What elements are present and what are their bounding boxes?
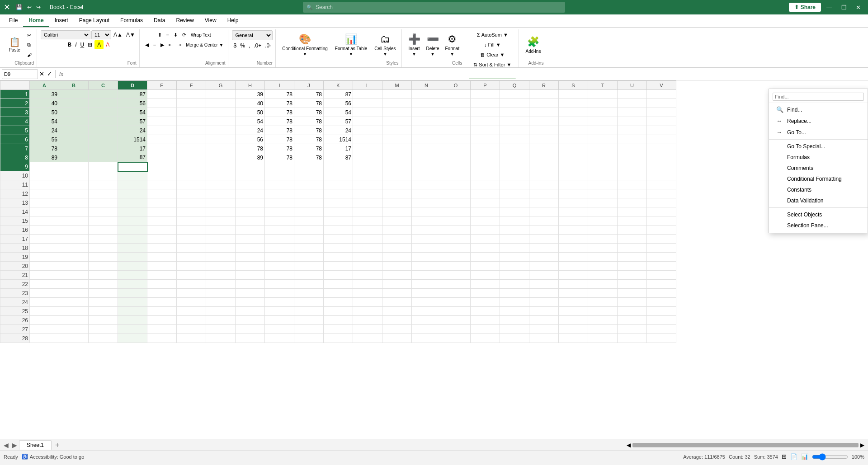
cell-M21[interactable] bbox=[382, 271, 412, 280]
cell-O10[interactable] bbox=[441, 171, 471, 180]
cell-C5[interactable] bbox=[89, 126, 118, 135]
cell-R15[interactable] bbox=[529, 216, 559, 225]
cell-V6[interactable] bbox=[647, 135, 676, 144]
cell-P9[interactable] bbox=[471, 162, 500, 171]
cell-M15[interactable] bbox=[382, 216, 412, 225]
cell-H27[interactable] bbox=[236, 325, 265, 334]
cell-L27[interactable] bbox=[353, 325, 382, 334]
cell-L6[interactable] bbox=[353, 135, 382, 144]
cell-K23[interactable] bbox=[324, 289, 353, 298]
paste-button[interactable]: 📋 Paste bbox=[5, 33, 24, 58]
cell-I15[interactable] bbox=[265, 216, 294, 225]
conditional-fmt-item[interactable]: Conditional Formatting bbox=[769, 174, 868, 184]
cell-Q17[interactable] bbox=[500, 235, 529, 244]
cell-B12[interactable] bbox=[59, 189, 89, 198]
cell-L13[interactable] bbox=[353, 198, 382, 207]
cell-M17[interactable] bbox=[382, 235, 412, 244]
col-header-d[interactable]: D bbox=[118, 81, 147, 90]
cell-U23[interactable] bbox=[618, 289, 647, 298]
cell-L20[interactable] bbox=[353, 262, 382, 271]
col-header-j[interactable]: J bbox=[294, 81, 324, 90]
cell-N27[interactable] bbox=[412, 325, 441, 334]
cell-H3[interactable]: 50 bbox=[236, 108, 265, 117]
cell-U18[interactable] bbox=[618, 244, 647, 253]
cell-I19[interactable] bbox=[265, 253, 294, 262]
cell-B26[interactable] bbox=[59, 316, 89, 325]
cell-S18[interactable] bbox=[559, 244, 588, 253]
cell-O12[interactable] bbox=[441, 189, 471, 198]
cell-P17[interactable] bbox=[471, 235, 500, 244]
cell-F24[interactable] bbox=[177, 298, 206, 307]
autosum-btn[interactable]: Σ AutoSum ▼ bbox=[475, 30, 510, 39]
cell-Q2[interactable] bbox=[500, 99, 529, 108]
cell-J27[interactable] bbox=[294, 325, 324, 334]
cell-K3[interactable]: 54 bbox=[324, 108, 353, 117]
cell-I7[interactable]: 78 bbox=[265, 144, 294, 153]
cell-G23[interactable] bbox=[206, 289, 236, 298]
cell-B27[interactable] bbox=[59, 325, 89, 334]
cell-D18[interactable] bbox=[118, 244, 147, 253]
cell-F27[interactable] bbox=[177, 325, 206, 334]
cell-I20[interactable] bbox=[265, 262, 294, 271]
cell-D15[interactable] bbox=[118, 216, 147, 225]
cell-P8[interactable] bbox=[471, 153, 500, 162]
cell-A19[interactable] bbox=[30, 253, 59, 262]
cell-O5[interactable] bbox=[441, 126, 471, 135]
cell-K22[interactable] bbox=[324, 280, 353, 289]
cell-U11[interactable] bbox=[618, 180, 647, 189]
cell-N10[interactable] bbox=[412, 171, 441, 180]
cell-V16[interactable] bbox=[647, 225, 676, 235]
cell-I22[interactable] bbox=[265, 280, 294, 289]
decrease-decimal-btn[interactable]: .0- bbox=[264, 41, 273, 50]
cell-D3[interactable]: 54 bbox=[118, 108, 147, 117]
cell-I13[interactable] bbox=[265, 198, 294, 207]
cell-F1[interactable] bbox=[177, 90, 206, 99]
cell-C7[interactable] bbox=[89, 144, 118, 153]
cell-K2[interactable]: 56 bbox=[324, 99, 353, 108]
cell-F10[interactable] bbox=[177, 171, 206, 180]
cell-C19[interactable] bbox=[89, 253, 118, 262]
cell-N18[interactable] bbox=[412, 244, 441, 253]
cell-K14[interactable] bbox=[324, 207, 353, 216]
cell-O4[interactable] bbox=[441, 117, 471, 126]
cell-V27[interactable] bbox=[647, 325, 676, 334]
cell-O18[interactable] bbox=[441, 244, 471, 253]
cell-P20[interactable] bbox=[471, 262, 500, 271]
cell-U24[interactable] bbox=[618, 298, 647, 307]
cell-T28[interactable] bbox=[588, 334, 618, 343]
cell-L11[interactable] bbox=[353, 180, 382, 189]
cell-D13[interactable] bbox=[118, 198, 147, 207]
cell-L19[interactable] bbox=[353, 253, 382, 262]
search-input[interactable] bbox=[303, 2, 565, 13]
cell-K25[interactable] bbox=[324, 307, 353, 316]
cell-L14[interactable] bbox=[353, 207, 382, 216]
share-button[interactable]: ⬆ Share bbox=[789, 3, 821, 12]
cell-D17[interactable] bbox=[118, 235, 147, 244]
cell-R28[interactable] bbox=[529, 334, 559, 343]
zoom-slider[interactable] bbox=[812, 453, 848, 460]
cell-F15[interactable] bbox=[177, 216, 206, 225]
cell-J20[interactable] bbox=[294, 262, 324, 271]
cancel-formula-btn[interactable]: ✕ bbox=[38, 70, 46, 77]
cell-C18[interactable] bbox=[89, 244, 118, 253]
col-header-f[interactable]: F bbox=[177, 81, 206, 90]
cell-J7[interactable]: 78 bbox=[294, 144, 324, 153]
cell-H12[interactable] bbox=[236, 189, 265, 198]
cell-F11[interactable] bbox=[177, 180, 206, 189]
cell-P26[interactable] bbox=[471, 316, 500, 325]
cell-O15[interactable] bbox=[441, 216, 471, 225]
comma-btn[interactable]: , bbox=[247, 41, 251, 50]
cell-M5[interactable] bbox=[382, 126, 412, 135]
fill-btn[interactable]: ↓ Fill ▼ bbox=[482, 40, 502, 49]
cell-A11[interactable] bbox=[30, 180, 59, 189]
cell-A12[interactable] bbox=[30, 189, 59, 198]
cell-A13[interactable] bbox=[30, 198, 59, 207]
cell-G4[interactable] bbox=[206, 117, 236, 126]
cell-K19[interactable] bbox=[324, 253, 353, 262]
currency-btn[interactable]: $ bbox=[232, 41, 238, 50]
cell-V19[interactable] bbox=[647, 253, 676, 262]
cell-K11[interactable] bbox=[324, 180, 353, 189]
cell-J18[interactable] bbox=[294, 244, 324, 253]
cell-P3[interactable] bbox=[471, 108, 500, 117]
cell-U20[interactable] bbox=[618, 262, 647, 271]
